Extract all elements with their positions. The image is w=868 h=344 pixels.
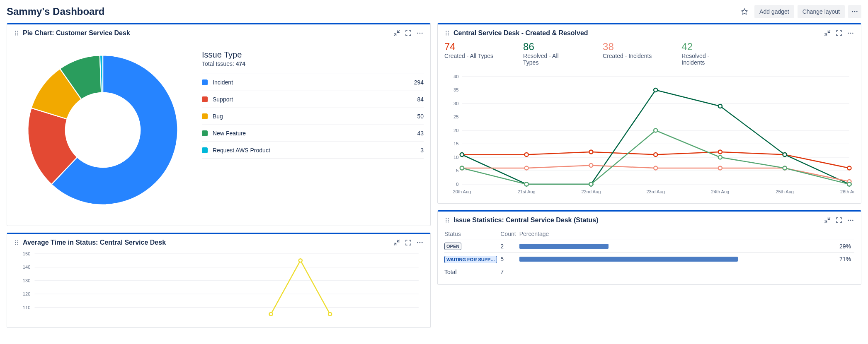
star-button[interactable] (738, 5, 751, 18)
legend-value: 43 (417, 130, 424, 137)
svg-point-73 (852, 220, 853, 221)
chart-point[interactable] (328, 313, 332, 316)
table-row[interactable]: WAITING FOR SUPP… 5 71% (444, 253, 854, 266)
svg-point-34 (448, 33, 449, 34)
svg-text:40: 40 (453, 74, 458, 79)
chart-point[interactable] (525, 153, 529, 156)
add-gadget-button[interactable]: Add gadget (754, 5, 794, 18)
minimize-icon[interactable] (393, 29, 400, 37)
svg-text:15: 15 (453, 142, 458, 147)
minimize-icon[interactable] (824, 29, 831, 37)
chart-point[interactable] (718, 166, 722, 170)
metric-label: Resolved - All Types (523, 53, 573, 66)
drag-handle-icon[interactable] (14, 30, 19, 36)
svg-point-15 (17, 242, 18, 243)
gadget-more-icon[interactable] (847, 29, 854, 37)
drag-handle-icon[interactable] (444, 30, 450, 36)
svg-point-69 (446, 221, 446, 222)
maximize-icon[interactable] (835, 29, 843, 37)
legend-row[interactable]: Incident 294 (202, 74, 424, 91)
change-layout-button[interactable]: Change layout (798, 5, 845, 18)
chart-point[interactable] (525, 166, 529, 170)
metric-label: Created - All Types (444, 53, 493, 59)
chart-point[interactable] (718, 156, 722, 159)
svg-point-3 (15, 31, 16, 31)
percentage-value: 71% (831, 256, 851, 262)
color-swatch (202, 96, 208, 102)
legend-label: Bug (213, 113, 417, 120)
gadget-pie-chart: Pie Chart: Customer Service Desk Issue T… (7, 23, 431, 226)
svg-point-2 (856, 11, 858, 12)
chart-point[interactable] (460, 153, 464, 156)
summary-metric: 42 Resolved - Incidents (681, 41, 731, 66)
chart-point[interactable] (589, 150, 593, 154)
gadget-more-icon[interactable] (416, 239, 424, 246)
chart-point[interactable] (718, 150, 722, 154)
svg-text:26th Aug: 26th Aug (840, 189, 854, 194)
chart-point[interactable] (718, 104, 722, 108)
count-cell: 2 (500, 240, 519, 253)
chart-point[interactable] (847, 183, 851, 186)
svg-point-70 (448, 221, 449, 222)
legend-row[interactable]: New Feature 43 (202, 125, 424, 142)
svg-point-68 (448, 220, 449, 221)
svg-point-7 (15, 34, 16, 35)
gadget-more-icon[interactable] (416, 29, 424, 37)
table-row[interactable]: OPEN 2 29% (444, 240, 854, 253)
more-actions-button[interactable] (848, 5, 861, 18)
color-swatch (202, 147, 208, 153)
svg-point-19 (419, 242, 421, 243)
legend-row[interactable]: Bug 50 (202, 108, 424, 125)
chart-point[interactable] (460, 166, 464, 170)
svg-point-12 (15, 240, 16, 241)
minimize-icon[interactable] (824, 217, 831, 224)
svg-point-67 (446, 220, 446, 221)
chart-point[interactable] (847, 166, 851, 170)
svg-text:21st Aug: 21st Aug (518, 189, 536, 194)
chart-point[interactable] (654, 166, 657, 170)
svg-text:5: 5 (456, 168, 458, 173)
gadget-cr-title: Central Service Desk - Created & Resolve… (453, 29, 588, 37)
metric-value: 86 (523, 41, 573, 53)
svg-point-72 (850, 220, 851, 221)
metric-value: 74 (444, 41, 493, 53)
chart-point[interactable] (299, 259, 302, 262)
maximize-icon[interactable] (405, 239, 412, 246)
svg-text:23rd Aug: 23rd Aug (646, 189, 664, 194)
chart-point[interactable] (589, 164, 593, 167)
svg-point-4 (17, 31, 18, 31)
chart-point[interactable] (783, 166, 787, 170)
chart-point[interactable] (654, 153, 657, 156)
svg-point-6 (17, 33, 18, 34)
svg-point-33 (446, 33, 446, 34)
svg-text:25th Aug: 25th Aug (776, 189, 794, 194)
legend-row[interactable]: Request AWS Product 3 (202, 142, 424, 159)
svg-point-10 (419, 33, 421, 34)
gadget-more-icon[interactable] (847, 217, 854, 224)
chart-point[interactable] (589, 183, 593, 186)
chart-point[interactable] (525, 183, 529, 186)
drag-handle-icon[interactable] (444, 217, 450, 223)
chart-point[interactable] (783, 153, 787, 156)
svg-text:120: 120 (23, 291, 31, 296)
page-title: Sammy's Dashboard (7, 6, 104, 17)
svg-point-16 (15, 244, 16, 245)
svg-point-20 (422, 242, 423, 243)
legend-row[interactable]: Support 84 (202, 91, 424, 108)
svg-text:24th Aug: 24th Aug (711, 189, 729, 194)
maximize-icon[interactable] (835, 217, 843, 224)
summary-metric: 38 Created - Incidents (603, 41, 652, 66)
svg-point-13 (17, 240, 18, 241)
chart-point[interactable] (269, 313, 273, 316)
chart-line[interactable] (271, 260, 330, 314)
chart-point[interactable] (654, 88, 657, 92)
drag-handle-icon[interactable] (14, 240, 19, 245)
svg-point-14 (15, 242, 16, 243)
svg-point-38 (850, 33, 851, 34)
svg-text:110: 110 (23, 305, 31, 310)
maximize-icon[interactable] (405, 29, 412, 37)
chart-point[interactable] (654, 129, 657, 132)
status-lozenge: OPEN (444, 243, 461, 250)
minimize-icon[interactable] (393, 239, 400, 246)
created-resolved-chart: 051015202530354020th Aug21st Aug22nd Aug… (444, 72, 854, 197)
